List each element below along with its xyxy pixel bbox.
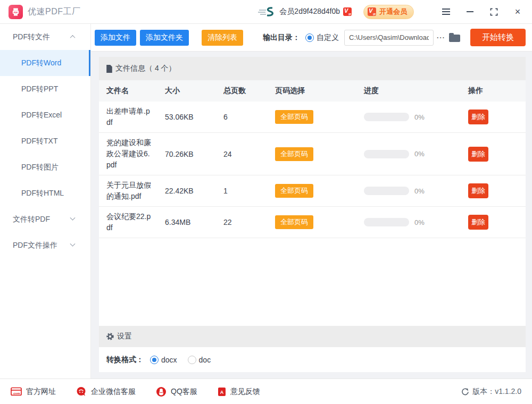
member-avatar-icon: [258, 6, 275, 18]
maximize-icon[interactable]: [489, 7, 498, 16]
format-label: 转换格式：: [106, 355, 144, 365]
file-panel: 文件信息（ 4 个） 文件名 大小 总页数 页码选择 进度 操作 出差申请单.p…: [99, 57, 526, 372]
col-action: 操作: [468, 86, 526, 96]
toolbar: 添加文件 添加文件夹 清除列表 输出目录： 自定义 ⋯ 开始转换: [91, 24, 532, 52]
progress-percent: 0%: [414, 150, 425, 158]
clear-list-button[interactable]: 清除列表: [202, 30, 243, 46]
sidebar-item-pdf-to-html[interactable]: PDF转HTML: [0, 180, 90, 206]
col-progress: 进度: [364, 86, 468, 96]
custom-dir-radio-label: 自定义: [317, 33, 339, 43]
all-pages-button[interactable]: 全部页码: [275, 147, 313, 161]
add-folder-button[interactable]: 添加文件夹: [140, 30, 189, 46]
table-row: 党的建设和廉政公署建设6.pdf 70.26KB 24 全部页码 0% 删除: [99, 133, 526, 175]
upgrade-label: 开通会员: [379, 7, 407, 16]
app-logo-pdf-icon: PDF: [9, 5, 23, 19]
progress-percent: 0%: [414, 187, 425, 195]
svg-text:A: A: [220, 390, 224, 395]
main-area: 添加文件 添加文件夹 清除列表 输出目录： 自定义 ⋯ 开始转换 文件信息（ 4…: [91, 24, 532, 378]
format-doc-label: doc: [199, 356, 211, 364]
gear-icon: [106, 332, 114, 341]
open-folder-icon[interactable]: [449, 35, 460, 42]
sidebar-item-pdf-to-ppt[interactable]: PDF转PPT: [0, 76, 90, 102]
file-name: 会议纪要22.pdf: [106, 211, 152, 233]
minimize-icon[interactable]: [465, 7, 475, 16]
delete-button[interactable]: 删除: [468, 147, 488, 162]
progress-bar: [364, 113, 409, 121]
file-pages: 1: [223, 187, 275, 195]
file-pages: 6: [223, 113, 275, 121]
all-pages-button[interactable]: 全部页码: [275, 110, 313, 124]
file-name: 党的建设和廉政公署建设6.pdf: [106, 137, 152, 171]
sidebar: PDF转文件 PDF转Word PDF转PPT PDF转Excel PDF转TX…: [0, 24, 91, 378]
delete-button[interactable]: 删除: [468, 183, 488, 198]
delete-button[interactable]: 删除: [468, 110, 488, 124]
update-refresh-icon: [461, 388, 469, 395]
progress-bar: [364, 218, 409, 226]
file-info-header: 文件信息（ 4 个）: [99, 57, 526, 80]
all-pages-button[interactable]: 全部页码: [275, 184, 313, 198]
member-name: 会员2d9f428d4f0b: [279, 7, 340, 16]
format-doc-radio[interactable]: [188, 356, 196, 364]
table-row: 关于元旦放假的通知.pdf 22.42KB 1 全部页码 0% 删除: [99, 175, 526, 207]
version-text: 版本：v1.1.2.0: [472, 387, 521, 397]
sidebar-group-pdf-operations[interactable]: PDF文件操作: [0, 232, 90, 258]
wechat-support-link[interactable]: 企业微信客服: [76, 386, 136, 397]
file-name: 出差申请单.pdf: [106, 106, 152, 128]
custom-dir-radio[interactable]: [305, 33, 314, 42]
qq-support-link[interactable]: QQ客服: [156, 386, 197, 397]
menu-icon[interactable]: [441, 7, 451, 16]
progress-percent: 0%: [414, 218, 425, 226]
titlebar: PDF 优速PDF工厂 会员2d9f428d4f0b VIP VIP 开通会员 …: [0, 0, 532, 24]
document-icon: [106, 65, 113, 73]
format-row: 转换格式： docx doc: [99, 347, 526, 372]
col-filename: 文件名: [106, 86, 165, 96]
file-size: 6.34MB: [165, 218, 223, 226]
browse-more-button[interactable]: ⋯: [436, 32, 445, 43]
file-size: 22.42KB: [165, 187, 223, 195]
svg-text:.com: .com: [12, 392, 20, 395]
file-name: 关于元旦放假的通知.pdf: [106, 180, 152, 202]
sidebar-group-pdf-to-file[interactable]: PDF转文件: [0, 24, 90, 50]
sidebar-item-pdf-to-excel[interactable]: PDF转Excel: [0, 102, 90, 128]
sidebar-item-pdf-to-image[interactable]: PDF转图片: [0, 154, 90, 180]
sidebar-item-pdf-to-txt[interactable]: PDF转TXT: [0, 128, 90, 154]
col-pages: 总页数: [223, 86, 275, 96]
sidebar-item-pdf-to-word[interactable]: PDF转Word: [0, 50, 90, 76]
feedback-doc-icon: A: [218, 387, 226, 397]
file-pages: 24: [223, 150, 275, 158]
start-convert-button[interactable]: 开始转换: [470, 29, 526, 46]
table-row: 出差申请单.pdf 53.06KB 6 全部页码 0% 删除: [99, 102, 526, 133]
qq-icon: [156, 386, 167, 397]
table-header: 文件名 大小 总页数 页码选择 进度 操作: [99, 80, 526, 102]
settings-title: 设置: [117, 332, 132, 341]
all-pages-button[interactable]: 全部页码: [275, 215, 313, 229]
output-dir-label: 输出目录：: [263, 33, 300, 43]
upgrade-membership-button[interactable]: VIP 开通会员: [363, 5, 414, 19]
chevron-up-icon: [70, 35, 76, 40]
add-file-button[interactable]: 添加文件: [95, 30, 136, 46]
col-page-select: 页码选择: [275, 86, 364, 96]
file-pages: 22: [223, 218, 275, 226]
version-info: 版本：v1.1.2.0: [461, 387, 521, 397]
file-size: 70.26KB: [165, 150, 223, 158]
sidebar-group-file-to-pdf[interactable]: 文件转PDF: [0, 206, 90, 232]
format-docx-radio[interactable]: [150, 356, 159, 364]
progress-bar: [364, 187, 409, 195]
format-docx-label: docx: [161, 356, 177, 364]
output-path-input[interactable]: [344, 30, 434, 46]
empty-list-area: [99, 238, 526, 326]
chevron-down-icon: [70, 241, 76, 247]
vip-badge-icon: VIP: [343, 7, 352, 16]
vip-icon: VIP: [368, 7, 376, 16]
wechat-icon: [76, 386, 87, 397]
delete-button[interactable]: 删除: [468, 215, 488, 230]
file-info-title: 文件信息（ 4 个）: [115, 64, 176, 73]
file-size: 53.06KB: [165, 113, 223, 121]
official-site-link[interactable]: .com 官方网址: [11, 387, 56, 397]
website-com-icon: .com: [11, 387, 22, 396]
col-size: 大小: [165, 86, 223, 96]
close-icon[interactable]: ×: [513, 7, 522, 16]
progress-bar: [364, 150, 409, 158]
app-title: 优速PDF工厂: [28, 6, 81, 18]
feedback-link[interactable]: A 意见反馈: [218, 387, 260, 397]
